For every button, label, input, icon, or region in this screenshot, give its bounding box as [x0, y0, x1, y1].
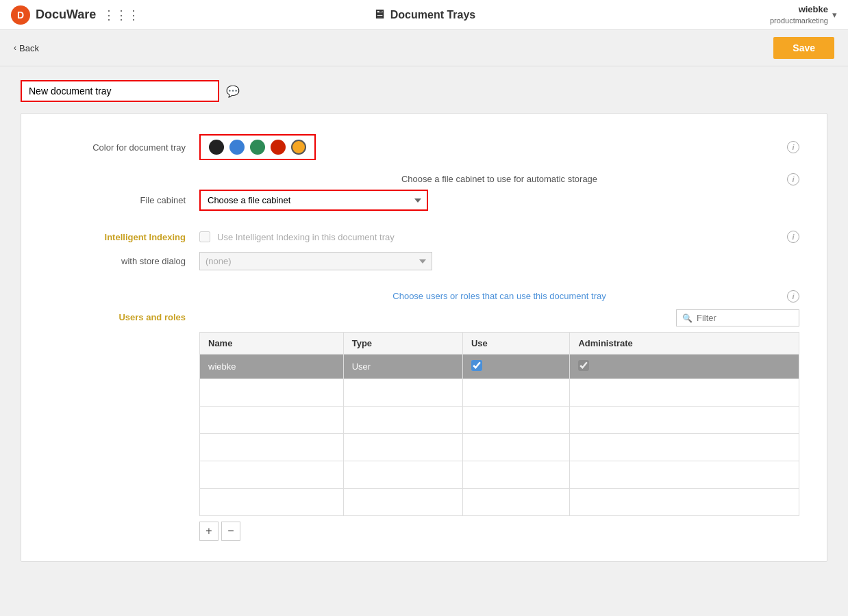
file-cabinet-select-wrapper: Choose a file cabinet [199, 190, 428, 211]
table-empty-row-3 [200, 434, 799, 461]
store-dialog-label: with store dialog [49, 256, 186, 266]
table-header: Name Type Use Administrate [200, 333, 799, 355]
color-selector [199, 134, 316, 160]
navbar-title: 🖥 Document Trays [373, 8, 475, 22]
users-table: Name Type Use Administrate wiebke User [199, 332, 799, 516]
table-body: wiebke User [200, 355, 799, 516]
cell-administrate[interactable] [570, 355, 799, 379]
store-dialog-row: with store dialog (none) [49, 252, 799, 270]
table-empty-row-2 [200, 407, 799, 434]
store-dialog-select[interactable]: (none) [199, 252, 432, 270]
color-label: Color for document tray [49, 142, 186, 153]
search-icon: 🔍 [682, 313, 693, 323]
color-orange[interactable] [291, 140, 306, 155]
page-title: Document Trays [390, 9, 475, 21]
file-cabinet-select[interactable]: Choose a file cabinet [201, 191, 427, 209]
indexing-info-icon[interactable]: i [787, 231, 799, 243]
color-green[interactable] [250, 140, 265, 155]
col-administrate: Administrate [570, 333, 799, 355]
administrate-checkbox[interactable] [578, 360, 589, 371]
chevron-left-icon: ‹ [14, 43, 16, 53]
grid-icon[interactable]: ⋮⋮⋮ [103, 8, 140, 23]
color-black[interactable] [209, 140, 224, 155]
use-checkbox[interactable] [471, 360, 482, 371]
tray-name-row: 💬 [21, 80, 827, 102]
users-hint: Choose users or roles that can use this … [199, 291, 799, 301]
color-blue[interactable] [229, 140, 245, 155]
save-button[interactable]: Save [773, 37, 834, 59]
filter-row: 🔍 [199, 309, 799, 326]
chevron-down-icon: ▾ [832, 10, 837, 20]
back-button[interactable]: ‹ Back [14, 43, 39, 53]
file-cabinet-hint: Choose a file cabinet to use for automat… [199, 174, 799, 184]
color-info-icon[interactable]: i [787, 141, 799, 153]
add-row-button[interactable]: + [199, 522, 219, 541]
settings-card: Color for document tray i Choose a file … [21, 113, 827, 562]
table-empty-row-5 [200, 489, 799, 516]
user-role: productmarketing [770, 16, 828, 25]
color-red[interactable] [271, 140, 286, 155]
comment-icon[interactable]: 💬 [226, 85, 240, 98]
navbar: D DocuWare ⋮⋮⋮ 🖥 Document Trays wiebke p… [0, 0, 848, 30]
users-row: Users and roles 🔍 Name Type Use [49, 309, 799, 541]
col-use: Use [462, 333, 569, 355]
back-label: Back [19, 43, 39, 53]
indexing-checkbox[interactable] [199, 231, 210, 242]
indexing-content: Use Intelligent Indexing in this documen… [199, 231, 395, 242]
logo-letter: D [17, 10, 24, 21]
table-actions: + − [199, 522, 799, 541]
users-info-icon[interactable]: i [787, 290, 799, 303]
file-cabinet-info-icon[interactable]: i [787, 173, 799, 185]
file-cabinet-label: File cabinet [49, 195, 186, 205]
color-row: Color for document tray i [49, 134, 799, 160]
table-empty-row-1 [200, 379, 799, 407]
indexing-text: Use Intelligent Indexing in this documen… [217, 232, 395, 242]
user-name: wiebke [770, 4, 828, 16]
file-cabinet-section: File cabinet Choose a file cabinet [49, 190, 799, 211]
col-name: Name [200, 333, 344, 355]
user-info: wiebke productmarketing [770, 4, 828, 25]
user-menu[interactable]: wiebke productmarketing ▾ [770, 4, 837, 25]
file-cabinet-row: File cabinet Choose a file cabinet [49, 190, 799, 211]
col-type: Type [343, 333, 462, 355]
tray-name-input[interactable] [21, 80, 219, 102]
table-empty-row-4 [200, 461, 799, 489]
logo-text: DocuWare [36, 8, 96, 22]
main-content: 💬 Color for document tray i Choose a fil… [0, 66, 848, 576]
filter-wrapper: 🔍 [676, 309, 799, 326]
users-label: Users and roles [49, 309, 186, 322]
filter-input[interactable] [697, 313, 793, 323]
remove-row-button[interactable]: − [221, 522, 240, 541]
cell-name: wiebke [200, 355, 344, 379]
table-row[interactable]: wiebke User [200, 355, 799, 379]
tray-icon: 🖥 [373, 8, 385, 22]
logo-icon: D [11, 5, 30, 25]
subheader: ‹ Back Save [0, 30, 848, 66]
cell-type: User [343, 355, 462, 379]
users-content: 🔍 Name Type Use Administrate [199, 309, 799, 541]
indexing-label: Intelligent Indexing [49, 232, 186, 242]
indexing-row: Intelligent Indexing Use Intelligent Ind… [49, 231, 799, 242]
cell-use[interactable] [462, 355, 569, 379]
navbar-logo: D DocuWare [11, 5, 96, 25]
